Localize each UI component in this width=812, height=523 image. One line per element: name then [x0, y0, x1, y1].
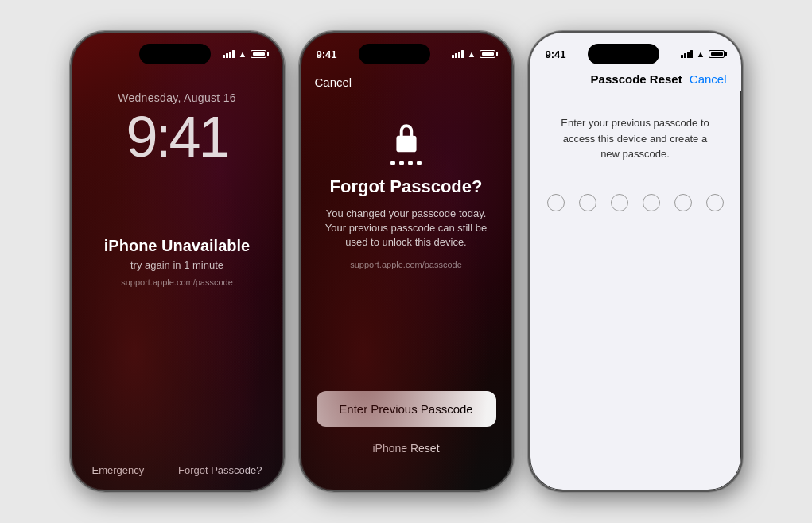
phone2-content: Cancel Forgot Passcode? You changed your… [301, 68, 512, 490]
phone2-time: 9:41 [317, 48, 337, 60]
passcode-dot-5 [674, 194, 692, 211]
phone1-status-bar: ▲ [72, 33, 283, 68]
phone1-content: Wednesday, August 16 9:41 iPhone Unavail… [72, 68, 283, 490]
phone3-cancel-button[interactable]: Cancel [690, 72, 727, 86]
phone3-status-bar: 9:41 ▲ [530, 33, 741, 68]
passcode-dot-1 [547, 194, 565, 211]
signal-icon-2 [452, 50, 464, 58]
passcode-dot-6 [706, 194, 724, 211]
forgot-passcode-title: Forgot Passcode? [314, 176, 499, 197]
battery-icon-2 [480, 50, 495, 58]
phone2-support-link[interactable]: support.apple.com/passcode [350, 260, 462, 269]
phone1-dynamic-island [139, 44, 211, 64]
phone3-reset-content: Enter your previous passcode to access t… [530, 91, 741, 211]
lock-dot-3 [408, 161, 413, 165]
phone1-unavailable-subtitle: try again in 1 minute [130, 259, 223, 271]
lock-dot-1 [390, 161, 395, 165]
phone3-nav-title: Passcode Reset [591, 72, 682, 86]
phone3-dynamic-island [588, 44, 659, 64]
phone-2-forgot-passcode: 9:41 ▲ Cancel [299, 31, 514, 492]
phone1-unavailable-title: iPhone Unavailable [104, 237, 250, 255]
forgot-passcode-description: You changed your passcode today. Your pr… [301, 207, 512, 250]
passcode-dot-3 [611, 194, 628, 211]
phone2-status-bar: 9:41 ▲ [301, 33, 512, 68]
wifi-icon: ▲ [239, 49, 247, 59]
phone3-right-status: ▲ [681, 49, 725, 59]
lock-dot-2 [399, 161, 404, 165]
phone-3-passcode-reset: 9:41 ▲ Passcode Reset Cancel Enter your … [528, 31, 743, 492]
phone2-cancel-button[interactable]: Cancel [301, 68, 367, 97]
passcode-dot-row [547, 194, 724, 211]
battery-icon-3 [709, 50, 725, 58]
wifi-icon-2: ▲ [468, 49, 476, 59]
passcode-dot-2 [579, 194, 596, 211]
phone2-dynamic-island [359, 44, 430, 64]
signal-icon [223, 50, 235, 58]
phone1-time: 9:41 [126, 108, 227, 165]
dynamic-island-3 [588, 44, 659, 64]
dynamic-island-2 [359, 44, 430, 64]
padlock-svg [390, 121, 422, 156]
passcode-dot-4 [643, 194, 660, 211]
dynamic-island-1 [139, 44, 211, 64]
lock-icon [390, 121, 422, 165]
phone1-date: Wednesday, August 16 [118, 91, 236, 104]
phone2-right-status: ▲ [452, 49, 496, 59]
signal-icon-3 [681, 50, 693, 58]
phone-1-lockscreen: ▲ Wednesday, August 16 9:41 iPhone Unava… [70, 31, 285, 492]
lock-dot-4 [417, 161, 422, 165]
phone1-support-link[interactable]: support.apple.com/passcode [121, 277, 233, 287]
phone3-navbar: Passcode Reset Cancel [530, 68, 741, 91]
phone3-description: Enter your previous passcode to access t… [546, 115, 725, 162]
lock-dots [390, 161, 422, 165]
wifi-icon-3: ▲ [697, 49, 705, 59]
phone3-time: 9:41 [546, 48, 566, 60]
svg-rect-0 [396, 136, 416, 152]
phone1-right-status: ▲ [223, 49, 267, 59]
battery-icon [251, 50, 266, 58]
